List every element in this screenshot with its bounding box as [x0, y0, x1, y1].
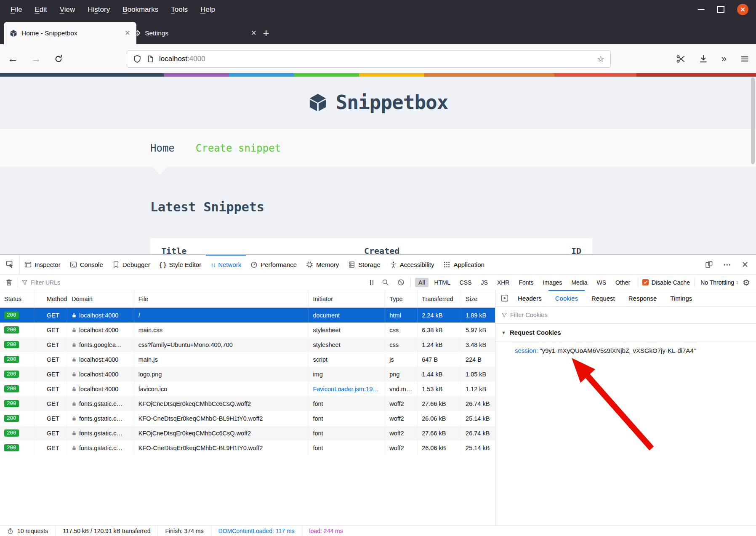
network-request-row[interactable]: 200GETlocalhost:4000main.cssstylesheetcs…: [0, 323, 495, 337]
type-filter-xhr[interactable]: XHR: [494, 278, 513, 287]
devtools-tab-memory[interactable]: Memory: [301, 255, 343, 275]
column-header-initiator[interactable]: Initiator: [309, 290, 385, 307]
back-button[interactable]: ←: [8, 53, 18, 65]
details-tab-request[interactable]: Request: [585, 290, 622, 306]
download-icon[interactable]: [699, 54, 708, 64]
page-info-icon[interactable]: [146, 55, 154, 63]
transferred-summary: 117.50 kB / 120.91 kB transferred: [63, 528, 150, 534]
menu-bookmarks[interactable]: Bookmarks: [116, 5, 165, 14]
network-settings-gear-icon[interactable]: ⚙: [743, 277, 750, 288]
search-icon[interactable]: [382, 279, 389, 286]
devtools-tab-storage[interactable]: Storage: [343, 255, 385, 275]
menu-help[interactable]: Help: [194, 5, 221, 14]
type-filter-ws[interactable]: WS: [594, 278, 610, 287]
tab-close-icon[interactable]: ✕: [251, 29, 257, 37]
devtools-tab-bar: InspectorConsoleDebugger{ }Style Editor↑…: [0, 255, 756, 275]
menu-file[interactable]: File: [4, 5, 28, 14]
network-request-row[interactable]: 200GETlocalhost:4000favicon.icoFaviconLo…: [0, 381, 495, 396]
nav-link-create-snippet[interactable]: Create snippet: [196, 142, 281, 154]
type-filter-images[interactable]: Images: [539, 278, 565, 287]
details-tab-timings[interactable]: Timings: [663, 290, 699, 306]
clear-requests-trash-icon[interactable]: [5, 279, 13, 286]
devtools-tab-debugger[interactable]: Debugger: [108, 255, 155, 275]
network-request-row[interactable]: 200GETlocalhost:4000main.jsscriptjs647 B…: [0, 352, 495, 367]
type-filter-js[interactable]: JS: [478, 278, 491, 287]
block-requests-icon[interactable]: [397, 279, 405, 286]
transferred-cell: 6.38 kB: [418, 323, 461, 337]
devtools-tab-accessibility[interactable]: Accessibility: [385, 255, 439, 275]
url-bar[interactable]: localhost:4000 ☆: [127, 50, 611, 68]
menu-history[interactable]: History: [81, 5, 116, 14]
devtools-tab-application[interactable]: Application: [439, 255, 489, 275]
file-cell: KFOjCneDtsqEr0keqCMhbCc6CsQ.woff2: [134, 426, 309, 440]
maximize-button[interactable]: [717, 6, 724, 13]
menu-edit[interactable]: Edit: [28, 5, 53, 14]
page-scrollbar-thumb[interactable]: [751, 77, 755, 164]
status-cell: 200: [0, 323, 34, 337]
column-header-size[interactable]: Size: [461, 290, 495, 307]
hamburger-menu-icon[interactable]: [740, 54, 749, 64]
network-request-row[interactable]: 200GETfonts.googlea…css?family=Ubuntu+Mo…: [0, 337, 495, 352]
column-header-method[interactable]: Method: [34, 290, 67, 307]
screenshot-scissors-icon[interactable]: [676, 54, 685, 64]
pause-traffic-icon[interactable]: [370, 280, 373, 285]
shield-permissions-icon[interactable]: [133, 55, 141, 63]
network-request-row[interactable]: 200GETlocalhost:4000/documenthtml2.24 kB…: [0, 308, 495, 323]
column-header-transferred[interactable]: Transferred: [418, 290, 461, 307]
disable-cache-checkbox[interactable]: Disable Cache: [642, 279, 690, 286]
network-request-row[interactable]: 200GETfonts.gstatic.c…KFO-CneDtsqEr0keqC…: [0, 411, 495, 426]
new-tab-button[interactable]: +: [259, 25, 273, 41]
column-header-status[interactable]: Status: [0, 290, 34, 307]
devtools-meatball-menu-icon[interactable]: ⋯: [723, 260, 732, 269]
responsive-design-icon[interactable]: [705, 261, 713, 269]
domain-cell: fonts.gstatic.c…: [67, 440, 134, 455]
network-request-row[interactable]: 200GETfonts.gstatic.c…KFOjCneDtsqEr0keqC…: [0, 426, 495, 440]
close-window-button[interactable]: ✕: [737, 4, 748, 15]
type-filter-fonts[interactable]: Fonts: [515, 278, 537, 287]
details-tab-response[interactable]: Response: [622, 290, 664, 306]
network-request-row[interactable]: 200GETlocalhost:4000logo.pngimgpng1.44 k…: [0, 367, 495, 381]
minimize-button[interactable]: [698, 9, 705, 10]
throttling-dropdown[interactable]: No Throttling ↕: [700, 279, 738, 286]
column-header-type[interactable]: Type: [385, 290, 418, 307]
tab-home-snippetbox[interactable]: Home - Snippetbox ✕: [4, 22, 136, 44]
bookmark-star-icon[interactable]: ☆: [597, 54, 604, 64]
network-request-row[interactable]: 200GETfonts.gstatic.c…KFOjCneDtsqEr0keqC…: [0, 396, 495, 411]
type-filter-css[interactable]: CSS: [456, 278, 475, 287]
forward-button[interactable]: →: [31, 53, 41, 65]
devtools-tab-console[interactable]: Console: [65, 255, 108, 275]
devtools-tab-style-editor[interactable]: { }Style Editor: [155, 255, 206, 275]
session-cookie-row[interactable]: session: "y9y1-mXyQUoAM6V5s9lXNjbZ_vXSGk…: [515, 347, 756, 354]
site-title: Snippetbox: [336, 91, 448, 114]
type-filter-other[interactable]: Other: [612, 278, 634, 287]
network-request-row[interactable]: 200GETfonts.gstatic.c…KFO-CneDtsqEr0keqC…: [0, 440, 495, 455]
column-header-file[interactable]: File: [134, 290, 309, 307]
type-filter-media[interactable]: Media: [568, 278, 591, 287]
filter-urls-input[interactable]: Filter URLs: [31, 279, 60, 286]
devtools-close-icon[interactable]: ✕: [742, 260, 748, 269]
stripe-segment: [359, 73, 424, 77]
reload-button[interactable]: [54, 54, 63, 64]
details-tab-headers[interactable]: Headers: [511, 290, 548, 306]
filter-cookies-input[interactable]: Filter Cookies: [495, 307, 756, 324]
menu-view[interactable]: View: [53, 5, 82, 14]
initiator-cell[interactable]: FaviconLoader.jsm:19…: [309, 381, 385, 396]
menu-tools[interactable]: Tools: [165, 5, 194, 14]
devtools-tab-inspector[interactable]: Inspector: [20, 255, 65, 275]
request-cookies-section-header[interactable]: ▼ Request Cookies: [495, 324, 756, 341]
overflow-chevrons-icon[interactable]: »: [721, 53, 727, 64]
size-cell: 5.97 kB: [461, 323, 495, 337]
status-cell: 200: [0, 308, 34, 323]
tab-settings[interactable]: ⚙ Settings ✕: [128, 22, 263, 44]
nav-link-home[interactable]: Home: [150, 142, 175, 154]
details-tab-cookies[interactable]: Cookies: [548, 290, 585, 306]
play-panel-icon[interactable]: [495, 290, 511, 306]
type-filter-html[interactable]: HTML: [431, 278, 454, 287]
active-nav-notch: [152, 159, 168, 176]
column-header-domain[interactable]: Domain: [67, 290, 134, 307]
pick-element-button[interactable]: [0, 255, 20, 275]
cookie-name[interactable]: session:: [515, 347, 538, 354]
type-filter-all[interactable]: All: [415, 278, 429, 287]
devtools-tab-performance[interactable]: Performance: [246, 255, 301, 275]
devtools-tab-network[interactable]: ↑↓Network: [206, 255, 246, 275]
